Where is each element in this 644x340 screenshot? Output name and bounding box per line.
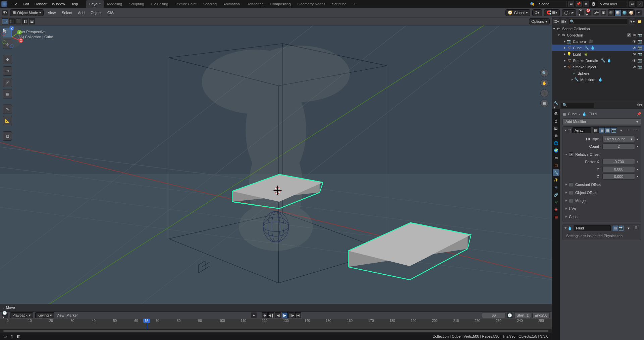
add-modifier-button[interactable]: Add Modifier▾ — [562, 118, 641, 125]
outliner-scene-collection[interactable]: 🗀 Scene Collection — [552, 25, 644, 32]
factor-x[interactable]: -0.700 — [602, 159, 635, 165]
viewlayer-close-button[interactable]: × — [637, 1, 643, 7]
fluid-realtime[interactable]: 🖥 — [612, 225, 618, 231]
outliner-modifiers[interactable]: 🔧Modifiers 💧 — [552, 76, 644, 83]
zoom-button[interactable]: 🔍 — [540, 69, 548, 77]
menu-file[interactable]: File — [9, 0, 20, 8]
count-field[interactable]: 2 — [602, 143, 635, 149]
header-view[interactable]: View — [46, 11, 58, 15]
shading-material[interactable] — [621, 9, 628, 16]
array-editmode-toggle[interactable]: ▤ — [593, 127, 599, 133]
tool-move[interactable]: ✥ — [3, 55, 12, 64]
workspace-add[interactable]: + — [350, 0, 359, 8]
array-close[interactable]: × — [633, 127, 639, 133]
outliner-cube[interactable]: ▽Cube 🔧 💧 👁📷 — [552, 45, 644, 51]
properties-options[interactable]: ⚙▾ — [637, 102, 643, 108]
merge-header[interactable]: Merge — [565, 197, 639, 204]
object-mode-selector[interactable]: ▦Object Mode▾ — [10, 9, 44, 16]
tool-measure[interactable]: 📐 — [3, 116, 12, 125]
array-extras[interactable]: ▾ — [618, 127, 624, 133]
shading-wireframe[interactable] — [608, 9, 614, 16]
outliner-editor-type[interactable]: ≣▾ — [553, 18, 559, 24]
object-offset-header[interactable]: Object Offset — [565, 189, 639, 196]
overlays-toggle[interactable]: ⦿▾ — [593, 10, 599, 16]
persp-button[interactable]: ▦ — [540, 99, 548, 107]
viewlayer-selector[interactable]: ViewLayer — [598, 1, 628, 7]
scene-selector[interactable]: Scene — [537, 1, 567, 7]
array-realtime-toggle[interactable]: ▦ — [605, 127, 611, 133]
jump-end[interactable]: ⏭ — [295, 312, 301, 318]
tab-scene[interactable]: 🌐 — [553, 140, 559, 146]
tool-add-cube[interactable]: ◻ — [3, 131, 12, 141]
constant-offset-header[interactable]: Constant Offset — [565, 181, 639, 188]
frame-end[interactable]: End250 — [532, 312, 550, 318]
tab-data[interactable]: ▽ — [553, 199, 559, 205]
timeline-scrollbar[interactable] — [0, 329, 552, 333]
properties-editor-type[interactable]: 🔧▾ — [553, 102, 559, 108]
transform-orientation[interactable]: 🧭 Global ▾ — [505, 9, 530, 16]
tab-viewlayer[interactable]: 🖥 — [553, 132, 559, 139]
viewlayer-new-button[interactable]: ⧉ — [629, 1, 635, 7]
editor-type-selector[interactable]: ⧩▾ — [2, 10, 8, 16]
header-gis[interactable]: GIS — [105, 11, 116, 15]
fluid-header[interactable]: 💧 Fluid 🖥 📷 ▾ ⠿ — [563, 224, 641, 232]
snap-toggle[interactable]: 🧲 ▦▾ — [544, 9, 560, 16]
tool-annotate[interactable]: ✎ — [3, 105, 12, 114]
workspace-layout[interactable]: Layout — [86, 0, 104, 8]
timeline-editor-type[interactable]: 🕘▾ — [2, 312, 8, 318]
xray-toggle[interactable]: ▣ — [600, 10, 606, 16]
outliner-display-mode[interactable]: ▦▾ — [561, 18, 567, 24]
tool-options[interactable]: Options▾ — [529, 18, 550, 24]
timeline-keying[interactable]: Keying ▾ — [35, 312, 55, 318]
menu-help[interactable]: Help — [68, 0, 81, 8]
autokey-toggle[interactable]: ● — [251, 312, 257, 318]
select-mode-3[interactable]: ⬛ — [15, 18, 21, 24]
timeline-playback[interactable]: Playback ▾ — [10, 312, 33, 318]
frame-popup[interactable]: 🕘 — [507, 312, 513, 318]
tab-physics[interactable]: ⚛ — [553, 184, 559, 191]
workspace-geometry-nodes[interactable]: Geometry Nodes — [294, 0, 329, 8]
pin-icon[interactable]: 📌 — [637, 112, 641, 116]
array-header[interactable]: ⬚ Array ▤ 🖥 ▦ 📷 ▾ ⠿ × — [563, 127, 641, 134]
tab-object[interactable]: ▢ — [553, 162, 559, 168]
select-mode-5[interactable]: ⬓ — [29, 18, 35, 24]
scene-close-button[interactable]: × — [583, 1, 589, 7]
viewlayer-browse-icon[interactable]: 🖼 — [590, 1, 596, 7]
array-drag[interactable]: ⠿ — [626, 127, 632, 133]
fit-type[interactable]: Fixed Count▾ — [602, 136, 635, 142]
menu-render[interactable]: Render — [32, 0, 49, 8]
properties-search[interactable]: 🔍 — [561, 102, 594, 108]
outliner-camera[interactable]: 📷Camera 🎥 👁📷 — [552, 38, 644, 45]
workspace-scripting[interactable]: Scripting — [329, 0, 350, 8]
gizmos-toggle[interactable]: 🎯▾ — [586, 10, 592, 16]
chevron-right-icon[interactable]: › — [3, 305, 5, 310]
workspace-shading[interactable]: Shading — [200, 0, 220, 8]
render-icon[interactable]: 📷 — [637, 33, 642, 38]
caps-header[interactable]: Caps — [565, 213, 639, 220]
factor-z[interactable]: 0.000 — [602, 174, 635, 180]
tab-world[interactable]: 🌍 — [553, 147, 559, 154]
shading-solid[interactable] — [614, 9, 621, 16]
tab-constraints[interactable]: 🔗 — [553, 191, 559, 198]
scene-new-button[interactable]: ⧉ — [568, 1, 574, 7]
fluid-render[interactable]: 📷 — [618, 225, 624, 231]
tool-transform[interactable]: ▦ — [3, 89, 12, 98]
workspace-rendering[interactable]: Rendering — [243, 0, 267, 8]
outliner-sphere[interactable]: ▽Sphere — [552, 70, 644, 76]
outliner-search[interactable]: 🔍 — [568, 18, 628, 24]
fluid-name[interactable]: Fluid — [574, 225, 611, 231]
workspace-texture-paint[interactable]: Texture Paint — [171, 0, 200, 8]
fluid-extras[interactable]: ▾ — [626, 225, 632, 231]
array-name[interactable]: Array — [572, 127, 591, 133]
scene-browse-icon[interactable]: 🎭 — [529, 1, 535, 7]
play[interactable]: ▶ — [282, 312, 288, 318]
header-object[interactable]: Object — [89, 11, 103, 15]
header-select[interactable]: Select — [60, 11, 74, 15]
array-display-toggle[interactable]: 🖥 — [599, 127, 605, 133]
prev-key[interactable]: ◀❙ — [268, 312, 274, 318]
orbit-gizmo[interactable]: X Y Z — [0, 25, 23, 49]
relative-offset-checkbox[interactable] — [569, 152, 573, 157]
current-frame[interactable]: 66 — [482, 312, 505, 318]
outliner-collection[interactable]: ▭ Collection 👁📷 — [552, 32, 644, 38]
frame-start[interactable]: Start1 — [514, 312, 531, 318]
